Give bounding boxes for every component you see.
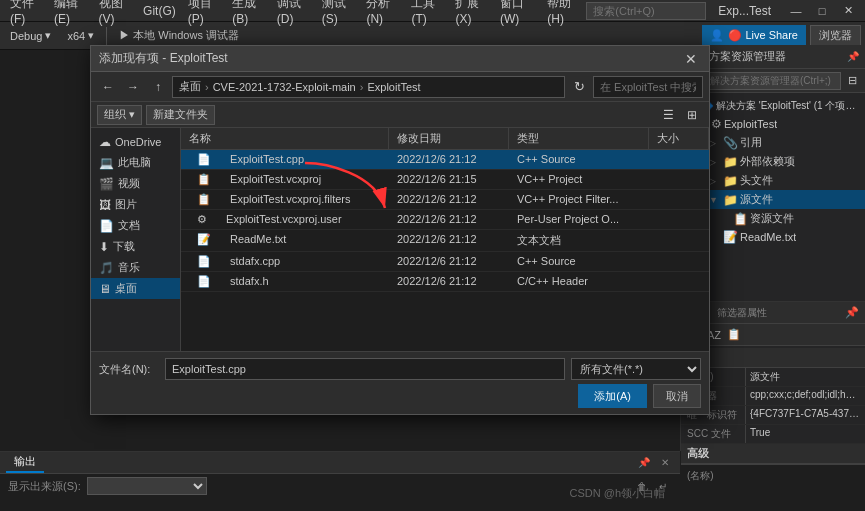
left-panel-desktop[interactable]: 🖥 桌面 xyxy=(91,278,180,299)
browse-button[interactable]: 浏览器 xyxy=(810,25,861,47)
col-size[interactable]: 大小 xyxy=(649,128,709,149)
props-name-label: (名称) xyxy=(687,470,714,481)
menu-file[interactable]: 文件(F) xyxy=(4,0,48,26)
menu-analyze[interactable]: 分析(N) xyxy=(360,0,405,26)
close-button[interactable]: ✕ xyxy=(835,0,861,22)
collapse-all-icon[interactable]: ⊟ xyxy=(843,72,861,90)
breadcrumb-folder: CVE-2021-1732-Exploit-main xyxy=(213,81,356,93)
left-panel-downloads[interactable]: ⬇ 下载 xyxy=(91,236,180,257)
dialog-search-input[interactable] xyxy=(593,76,703,98)
forward-button[interactable]: → xyxy=(122,76,144,98)
menu-edit[interactable]: 编辑(E) xyxy=(48,0,93,26)
left-panel-music[interactable]: 🎵 音乐 xyxy=(91,257,180,278)
properties-pin[interactable]: 📌 xyxy=(845,306,859,319)
filetype-select[interactable]: 所有文件(*.*) xyxy=(571,358,701,380)
new-folder-button[interactable]: 新建文件夹 xyxy=(146,105,215,125)
computer-icon: 💻 xyxy=(99,156,114,170)
table-row[interactable]: 📄 ExploitTest.cpp 2022/12/6 21:12 C++ So… xyxy=(181,150,709,170)
menu-build[interactable]: 生成(B) xyxy=(226,0,271,26)
table-row[interactable]: ⚙ ExploitTest.vcxproj.user 2022/12/6 21:… xyxy=(181,210,709,230)
docs-icon: 📄 xyxy=(99,219,114,233)
menu-project[interactable]: 项目(P) xyxy=(182,0,227,26)
file-name-cell: 📄 stdafx.h xyxy=(181,272,389,291)
table-row[interactable]: 📄 stdafx.h 2022/12/6 21:12 C/C++ Header xyxy=(181,272,709,292)
pictures-icon: 🖼 xyxy=(99,198,111,212)
run-button[interactable]: ▶ 本地 Windows 调试器 xyxy=(113,25,245,47)
output-source-select[interactable] xyxy=(87,477,207,495)
project-icon: ⚙ xyxy=(711,117,722,131)
file-type: C/C++ Header xyxy=(509,272,649,291)
view-list-button[interactable]: ☰ xyxy=(657,104,679,126)
breadcrumb-sep-1: › xyxy=(205,81,209,93)
live-share-label: 🔴 Live Share xyxy=(728,29,798,42)
dialog-nav: ← → ↑ 桌面 › CVE-2021-1732-Exploit-main › … xyxy=(91,72,709,102)
menu-window[interactable]: 窗口(W) xyxy=(494,0,541,26)
file-name: stdafx.h xyxy=(222,272,277,290)
menu-debug[interactable]: 调试(D) xyxy=(271,0,316,26)
dialog-close-button[interactable]: ✕ xyxy=(681,49,701,69)
col-name[interactable]: 名称 xyxy=(181,128,389,149)
organize-button[interactable]: 组织 ▾ xyxy=(97,105,142,125)
table-row[interactable]: 📝 ReadMe.txt 2022/12/6 21:12 文本文档 xyxy=(181,230,709,252)
menu-tools[interactable]: 工具(T) xyxy=(405,0,449,26)
filename-input[interactable] xyxy=(165,358,565,380)
browse-label: 浏览器 xyxy=(819,29,852,41)
props-pages-icon[interactable]: 📋 xyxy=(725,326,743,344)
menu-view[interactable]: 视图(V) xyxy=(93,0,138,26)
left-panel-pictures[interactable]: 🖼 图片 xyxy=(91,194,180,215)
source-files-icon: 📁 xyxy=(723,193,738,207)
view-grid-button[interactable]: ⊞ xyxy=(681,104,703,126)
menu-bar-right: Exp...Test — □ ✕ xyxy=(586,0,861,22)
output-tab[interactable]: 输出 xyxy=(6,452,44,473)
solution-root-label: 解决方案 'ExploitTest' (1 个项目，共 1 个) xyxy=(716,99,861,113)
table-row[interactable]: 📋 ExploitTest.vcxproj.filters 2022/12/6 … xyxy=(181,190,709,210)
left-panel-label: 音乐 xyxy=(118,260,140,275)
panel-pin-icon[interactable]: 📌 xyxy=(847,51,859,62)
live-share-button[interactable]: 👤 🔴 Live Share xyxy=(702,25,806,47)
menu-git[interactable]: Git(G) xyxy=(137,4,182,18)
col-type[interactable]: 类型 xyxy=(509,128,649,149)
props-row-scc: SCC 文件 True xyxy=(681,425,865,444)
file-date: 2022/12/6 21:12 xyxy=(389,272,509,291)
props-name-footer: (名称) xyxy=(681,464,865,487)
table-row[interactable]: 📋 ExploitTest.vcxproj 2022/12/6 21:15 VC… xyxy=(181,170,709,190)
back-button[interactable]: ← xyxy=(97,76,119,98)
file-name: ExploitTest.vcxproj.filters xyxy=(222,190,358,208)
refresh-button[interactable]: ↻ xyxy=(568,76,590,98)
left-panel-onedrive[interactable]: ☁ OneDrive xyxy=(91,132,180,152)
maximize-button[interactable]: □ xyxy=(809,0,835,22)
up-button[interactable]: ↑ xyxy=(147,76,169,98)
cancel-button[interactable]: 取消 xyxy=(653,384,701,408)
left-panel-docs[interactable]: 📄 文档 xyxy=(91,215,180,236)
breadcrumb[interactable]: 桌面 › CVE-2021-1732-Exploit-main › Exploi… xyxy=(172,76,565,98)
left-panel-pc[interactable]: 💻 此电脑 xyxy=(91,152,180,173)
file-date: 2022/12/6 21:15 xyxy=(389,170,509,189)
minimize-button[interactable]: — xyxy=(783,0,809,22)
music-icon: 🎵 xyxy=(99,261,114,275)
props-value: True xyxy=(746,425,865,443)
onedrive-icon: ☁ xyxy=(99,135,111,149)
menu-test[interactable]: 测试(S) xyxy=(316,0,361,26)
global-search-input[interactable] xyxy=(586,2,706,20)
add-button[interactable]: 添加(A) xyxy=(578,384,647,408)
file-size xyxy=(649,150,709,169)
dialog-left-panel: ☁ OneDrive 💻 此电脑 🎬 视频 🖼 图片 📄 文档 ⬇ 下载 xyxy=(91,128,181,351)
left-panel-videos[interactable]: 🎬 视频 xyxy=(91,173,180,194)
close-panel-icon[interactable]: ✕ xyxy=(656,454,674,472)
debug-label: Debug xyxy=(10,30,42,42)
dialog-titlebar: 添加现有项 - ExploitTest ✕ xyxy=(91,46,709,72)
debug-dropdown[interactable]: Debug ▾ xyxy=(4,25,57,47)
file-size xyxy=(649,210,709,229)
menu-extensions[interactable]: 扩展(X) xyxy=(449,0,494,26)
col-date[interactable]: 修改日期 xyxy=(389,128,509,149)
output-header: 输出 📌 ✕ xyxy=(0,452,680,474)
props-value: 源文件 xyxy=(746,368,865,386)
file-type: C++ Source xyxy=(509,150,649,169)
file-name: ReadMe.txt xyxy=(222,230,294,248)
file-list-header: 名称 修改日期 类型 大小 xyxy=(181,128,709,150)
menu-help[interactable]: 帮助(H) xyxy=(541,0,586,26)
left-panel-label: 下载 xyxy=(113,239,135,254)
arch-dropdown[interactable]: x64 ▾ xyxy=(61,25,100,47)
pin-icon[interactable]: 📌 xyxy=(635,454,653,472)
table-row[interactable]: 📄 stdafx.cpp 2022/12/6 21:12 C++ Source xyxy=(181,252,709,272)
